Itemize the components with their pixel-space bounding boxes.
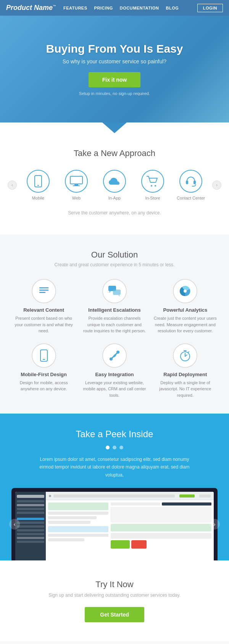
solution-heading: Our Solution <box>11 250 218 260</box>
get-started-button[interactable]: Get Started <box>85 607 144 622</box>
try-now-heading: Try It Now <box>8 580 221 589</box>
solution-powerful-analytics: Powerful Analytics Create just the conte… <box>153 279 218 334</box>
peek-dot-1[interactable] <box>106 446 110 449</box>
svg-point-14 <box>184 290 187 293</box>
web-label: Web <box>72 196 81 200</box>
approach-icons-row: ‹ Mobile Web <box>8 170 221 200</box>
solution-item-title-5: Rapid Deployment <box>153 372 218 377</box>
solution-item-title-2: Powerful Analytics <box>153 307 218 313</box>
peek-prev-button[interactable]: ‹ <box>9 519 20 530</box>
svg-point-5 <box>151 185 152 187</box>
solution-item-desc-1: Provide escalation channels unique to ea… <box>82 315 147 334</box>
contact-label: Contact Center <box>177 196 205 200</box>
solution-item-desc-5: Deploy with a single line of javascript.… <box>153 380 218 399</box>
svg-rect-11 <box>39 292 45 293</box>
solution-subtitle: Create and great customer experience in … <box>11 262 218 267</box>
peek-dot-2[interactable] <box>113 446 116 449</box>
brand-logo: Product Name™ <box>6 4 56 12</box>
peek-dot-3[interactable] <box>119 446 123 449</box>
cloud-icon-circle <box>103 170 126 193</box>
hero-cta-button[interactable]: Fix it now <box>89 72 141 87</box>
hero-arrow-indicator <box>102 122 127 133</box>
wrench-icon <box>102 343 127 368</box>
list-icon <box>32 279 56 303</box>
nav-blog[interactable]: Blog <box>166 6 179 10</box>
mobile2-icon <box>32 343 56 368</box>
mobile-icon-circle <box>27 170 50 193</box>
peek-dots <box>8 446 221 449</box>
hero-heading: Buying From You Is Easy <box>46 42 183 55</box>
screen-main-area <box>46 492 214 560</box>
hero-subheading: So why is your customer service so painf… <box>46 58 183 64</box>
peek-heading: Take a Peek Inside <box>8 429 221 440</box>
peek-section: Take a Peek Inside Lorem ipsum dolor sit… <box>0 414 229 560</box>
svg-rect-7 <box>186 180 188 184</box>
solution-section: Our Solution Create and great customer e… <box>0 235 229 414</box>
try-now-subtext: Sign up and start delivering outstanding… <box>8 592 221 598</box>
navbar: Product Name™ Features Pricing Documenta… <box>0 0 229 16</box>
web-icon-circle <box>65 170 88 193</box>
solution-item-desc-2: Create just the content your users need.… <box>153 315 218 334</box>
hero-section: Buying From You Is Easy So why is your c… <box>0 16 229 122</box>
mobile-label: Mobile <box>32 196 44 200</box>
approach-prev-button[interactable]: ‹ <box>8 180 17 190</box>
inapp-label: In-App <box>108 196 121 200</box>
approach-section: Take a New Approach ‹ Mobile Web <box>0 133 229 235</box>
svg-point-6 <box>155 185 156 187</box>
svg-rect-2 <box>70 176 82 184</box>
cart-icon-circle <box>141 170 164 193</box>
nav-documentation[interactable]: Documentation <box>120 6 159 10</box>
solution-item-desc-4: Leverage your existing website, mobile a… <box>82 380 147 399</box>
approach-heading: Take a New Approach <box>8 148 221 158</box>
svg-rect-13 <box>113 290 121 295</box>
approach-web: Web <box>57 170 95 200</box>
solution-rapid-deployment: Rapid Deployment Deploy with a single li… <box>153 343 218 399</box>
headset-icon-circle <box>179 170 202 193</box>
footer: Phone: +1 (406) 256-3332 | Email: help@w… <box>0 641 229 644</box>
solution-item-title-0: Relevant Content <box>11 307 76 313</box>
footer-social <box>0 641 229 644</box>
solution-item-title-1: Intelligent Escalations <box>82 307 147 313</box>
pie-icon <box>173 279 197 303</box>
approach-contact: Contact Center <box>172 170 210 200</box>
login-button[interactable]: Login <box>197 4 223 12</box>
approach-mobile: Mobile <box>19 170 57 200</box>
nav-links: Features Pricing Documentation Blog <box>63 6 197 10</box>
nav-features[interactable]: Features <box>63 6 87 10</box>
solution-item-desc-0: Present content based on who your custom… <box>11 315 76 334</box>
hero-sub-text: Setup in minutes, no sign-up required. <box>46 91 183 96</box>
solution-item-desc-3: Design for mobile, access anywhere on an… <box>11 380 76 392</box>
svg-rect-9 <box>39 287 48 288</box>
solution-intelligent-escalations: Intelligent Escalations Provide escalati… <box>82 279 147 334</box>
solution-relevant-content: Relevant Content Present content based o… <box>11 279 76 334</box>
instore-label: In-Store <box>145 196 160 200</box>
timer-icon <box>173 343 197 368</box>
laptop-screen <box>15 492 214 560</box>
peek-body: Lorem ipsum dolor sit amet, consetetur s… <box>34 456 195 479</box>
nav-pricing[interactable]: Pricing <box>94 6 113 10</box>
svg-rect-10 <box>39 290 48 291</box>
svg-point-20 <box>116 351 119 354</box>
approach-instore: In-Store <box>134 170 172 200</box>
screen-sidebar <box>15 492 46 560</box>
peek-next-button[interactable]: › <box>209 519 220 530</box>
approach-subtext: Serve the customer anywhere, on any devi… <box>8 204 221 227</box>
svg-point-19 <box>110 357 113 361</box>
solution-easy-integration: Easy Integration Leverage your existing … <box>82 343 147 399</box>
solution-item-title-3: Mobile-First Design <box>11 372 76 377</box>
chat-icon <box>102 279 127 303</box>
approach-inapp: In-App <box>95 170 134 200</box>
try-now-section: Try It Now Sign up and start delivering … <box>0 560 229 641</box>
svg-rect-8 <box>194 180 196 184</box>
approach-next-button[interactable]: › <box>212 180 221 190</box>
solution-mobile-first: Mobile-First Design Design for mobile, a… <box>11 343 76 399</box>
solution-item-title-4: Easy Integration <box>82 372 147 377</box>
solution-grid: Relevant Content Present content based o… <box>11 279 218 398</box>
laptop-mockup <box>11 488 218 560</box>
